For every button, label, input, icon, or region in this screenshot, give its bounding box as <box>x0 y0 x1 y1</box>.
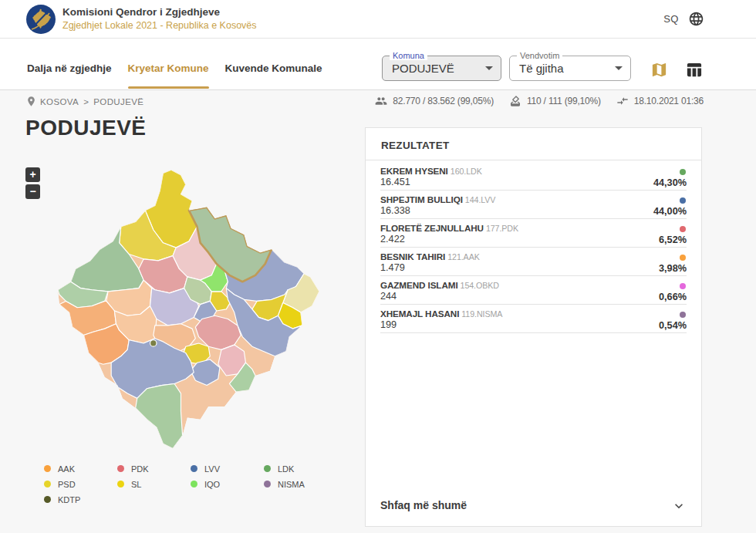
legend-label: AAK <box>58 464 75 474</box>
kosovo-map <box>43 168 319 454</box>
candidate-percent: 3,98% <box>659 263 687 274</box>
legend-item: IQO <box>191 479 264 489</box>
komuna-select[interactable]: Komuna PODUJEVË <box>382 56 501 81</box>
legend-label: KDTP <box>58 495 80 504</box>
candidate-votes: 199 <box>380 319 687 330</box>
legend-label: NISMA <box>278 480 305 489</box>
page-title: PODUJEVË <box>25 116 147 140</box>
map-zoom-controls: + − <box>25 167 40 201</box>
candidate-percent: 44,30% <box>653 177 687 188</box>
chevron-down-icon <box>671 498 687 514</box>
location-pin-icon <box>25 96 37 107</box>
candidate-row: BESNIK TAHIRI121.AAK1.4793,98% <box>380 248 687 276</box>
candidate-party: 119.NISMA <box>461 309 502 319</box>
kqz-logo <box>25 4 56 35</box>
legend-item: PSD <box>44 479 117 489</box>
table-view-icon[interactable] <box>685 61 703 79</box>
candidate-name: GAZMEND ISLAMI <box>380 280 458 290</box>
vendvotim-select-value: Të gjitha <box>519 56 564 80</box>
legend-item: SL <box>117 479 191 489</box>
candidate-name: EKREM HYSENI <box>380 166 448 176</box>
zoom-out-button[interactable]: − <box>25 184 40 199</box>
tab-kryetar-komune[interactable]: Kryetar Komune <box>128 62 209 89</box>
legend-label: SL <box>131 480 141 489</box>
legend-label: IQO <box>204 480 220 489</box>
candidate-percent: 0,66% <box>659 292 687 302</box>
legend-color-dot <box>191 481 197 487</box>
results-card: REZULTATET EKREM HYSENI160.LDK16.45144,3… <box>365 127 702 527</box>
candidate-name: SHPEJTIM BULLIQI <box>380 194 463 204</box>
legend-item: LDK <box>264 464 337 474</box>
legend-color-dot <box>44 481 51 487</box>
results-title: REZULTATET <box>366 128 701 160</box>
candidate-percent: 6,52% <box>659 234 687 245</box>
legend-label: PDK <box>131 464 149 474</box>
candidate-votes: 1.479 <box>380 262 687 273</box>
last-updated: 18.10.2021 01:36 <box>634 96 704 106</box>
tab-kuvende-komunale[interactable]: Kuvende Komunale <box>225 62 322 89</box>
party-color-dot <box>680 226 686 232</box>
app-title: Komisioni Qendror i Zgjedhjeve <box>62 6 257 18</box>
legend-color-dot <box>191 465 197 472</box>
candidate-party: 154.OBKD <box>461 281 499 290</box>
candidate-row: SHPEJTIM BULLIQI144.LVV16.33844,00% <box>380 191 687 219</box>
candidate-votes: 16.451 <box>380 177 687 187</box>
party-color-dot <box>680 197 686 204</box>
legend-item: AAK <box>44 464 117 474</box>
breadcrumb-current: PODUJEVË <box>93 97 143 106</box>
nav-tabs: Dalja në zgjedhjeKryetar KomuneKuvende K… <box>27 62 339 89</box>
app-header: Komisioni Qendror i Zgjedhjeve Zgjedhjet… <box>0 0 756 39</box>
map-view-icon[interactable] <box>650 61 668 79</box>
party-color-dot <box>680 312 686 318</box>
compare-arrows-icon <box>616 95 629 107</box>
show-more-label: Shfaq më shumë <box>380 499 467 511</box>
stations-stat: 110 / 111 (99,10%) <box>527 96 601 106</box>
candidate-name: BESNIK TAHIRI <box>380 251 445 261</box>
map-legend: AAKPDKLVVLDKPSDSLIQONISMAKDTP <box>44 464 337 504</box>
candidate-row: XHEMAJL HASANI119.NISMA1990,54% <box>380 305 687 333</box>
legend-color-dot <box>264 465 271 472</box>
candidate-votes: 16.338 <box>380 205 687 216</box>
breadcrumb-root[interactable]: KOSOVA <box>40 97 79 106</box>
results-list: EKREM HYSENI160.LDK16.45144,30%SHPEJTIM … <box>366 160 701 333</box>
dropdown-arrow-icon <box>485 66 493 70</box>
candidate-name: XHEMAJL HASANI <box>380 309 459 319</box>
stats-row: 82.770 / 83.562 (99,05%) 110 / 111 (99,1… <box>375 95 704 107</box>
party-color-dot <box>680 169 686 175</box>
legend-color-dot <box>117 465 124 472</box>
komuna-select-value: PODUJEVË <box>392 56 454 80</box>
kosovo-municipalities-svg <box>43 168 319 454</box>
voters-icon <box>375 95 387 107</box>
breadcrumb: KOSOVA>PODUJEVË <box>40 97 143 106</box>
candidate-percent: 0,54% <box>659 320 687 331</box>
ballot-box-icon <box>509 95 521 107</box>
vendvotim-select[interactable]: Vendvotim Të gjitha <box>509 56 631 81</box>
party-color-dot <box>680 255 686 261</box>
globe-icon[interactable] <box>688 11 704 27</box>
legend-color-dot <box>264 481 271 487</box>
candidate-row: EKREM HYSENI160.LDK16.45144,30% <box>380 162 687 191</box>
candidate-name: FLORETË ZEJNULLAHU <box>380 223 484 233</box>
legend-item: PDK <box>117 464 191 474</box>
candidate-votes: 244 <box>380 291 687 302</box>
candidate-party: 160.LDK <box>451 167 482 176</box>
show-more-button[interactable]: Shfaq më shumë <box>380 498 687 515</box>
legend-color-dot <box>44 465 51 472</box>
tab-dalja-n-zgjedhje[interactable]: Dalja në zgjedhje <box>27 62 112 89</box>
legend-label: LDK <box>278 464 294 474</box>
dropdown-arrow-icon <box>615 66 623 70</box>
candidate-votes: 2.422 <box>380 234 687 245</box>
zoom-in-button[interactable]: + <box>25 167 40 182</box>
municipality-shape[interactable] <box>136 383 183 448</box>
candidate-party: 144.LVV <box>465 195 496 204</box>
candidate-row: GAZMEND ISLAMI154.OBKD2440,66% <box>380 276 687 305</box>
candidate-row: FLORETË ZEJNULLAHU177.PDK2.4226,52% <box>380 219 687 248</box>
candidate-party: 121.AAK <box>447 252 480 261</box>
breadcrumb-row: KOSOVA>PODUJEVË 82.770 / 83.562 (99,05%)… <box>0 90 756 114</box>
language-label[interactable]: SQ <box>663 13 679 25</box>
legend-label: LVV <box>204 464 220 474</box>
municipality-shape[interactable] <box>150 340 157 346</box>
legend-color-dot <box>117 481 124 487</box>
legend-color-dot <box>44 496 51 503</box>
candidate-party: 177.PDK <box>486 224 518 233</box>
